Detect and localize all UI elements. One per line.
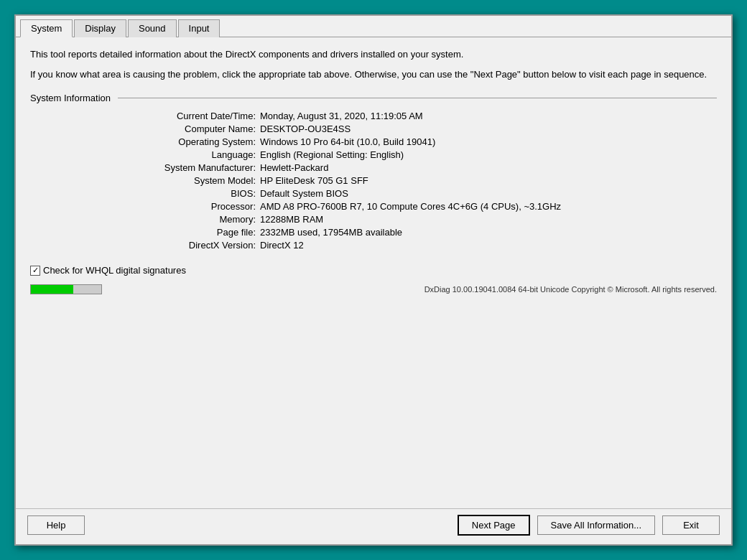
checkbox-row: Check for WHQL digital signatures — [30, 265, 717, 276]
bottom-bar: Help Next Page Save All Information... E… — [16, 508, 731, 544]
section-header: System Information — [30, 93, 717, 103]
help-button[interactable]: Help — [27, 515, 85, 535]
value-bios: Default System BIOS — [260, 188, 717, 199]
value-processor: AMD A8 PRO-7600B R7, 10 Compute Cores 4C… — [260, 201, 717, 212]
value-memory: 12288MB RAM — [260, 214, 717, 225]
tab-bar: System Display Sound Input — [16, 16, 731, 37]
whql-checkbox[interactable] — [30, 266, 40, 276]
tab-sound[interactable]: Sound — [128, 19, 177, 37]
value-directx: DirectX 12 — [260, 240, 717, 251]
progress-bar-fill — [31, 285, 73, 294]
label-os: Operating System: — [45, 136, 260, 147]
label-bios: BIOS: — [45, 188, 260, 199]
section-line — [118, 98, 717, 98]
value-os: Windows 10 Pro 64-bit (10.0, Build 19041… — [260, 136, 717, 147]
info-table: Current Date/Time: Monday, August 31, 20… — [45, 111, 717, 251]
save-all-button[interactable]: Save All Information... — [537, 515, 655, 535]
label-date: Current Date/Time: — [45, 111, 260, 121]
value-manufacturer: Hewlett-Packard — [260, 162, 717, 173]
tab-display[interactable]: Display — [74, 19, 126, 37]
dialog-window: System Display Sound Input This tool rep… — [14, 14, 733, 546]
section-title: System Information — [30, 93, 111, 103]
copyright-text: DxDiag 10.00.19041.0084 64-bit Unicode C… — [116, 285, 717, 294]
value-language: English (Regional Setting: English) — [260, 149, 717, 160]
whql-label: Check for WHQL digital signatures — [43, 265, 186, 276]
label-model: System Model: — [45, 175, 260, 186]
label-pagefile: Page file: — [45, 227, 260, 238]
value-model: HP EliteDesk 705 G1 SFF — [260, 175, 717, 186]
value-computer: DESKTOP-OU3E4SS — [260, 123, 717, 134]
label-language: Language: — [45, 149, 260, 160]
description-text-2: If you know what area is causing the pro… — [30, 67, 717, 82]
next-page-button[interactable]: Next Page — [458, 515, 530, 536]
label-directx: DirectX Version: — [45, 240, 260, 251]
content-area: This tool reports detailed information a… — [16, 37, 731, 508]
progress-bar-container — [30, 284, 102, 294]
label-memory: Memory: — [45, 214, 260, 225]
tab-input[interactable]: Input — [178, 19, 221, 37]
exit-button[interactable]: Exit — [662, 515, 720, 535]
label-computer: Computer Name: — [45, 123, 260, 134]
progress-row: DxDiag 10.00.19041.0084 64-bit Unicode C… — [30, 284, 717, 294]
value-pagefile: 2332MB used, 17954MB available — [260, 227, 717, 238]
value-date: Monday, August 31, 2020, 11:19:05 AM — [260, 111, 717, 121]
label-manufacturer: System Manufacturer: — [45, 162, 260, 173]
tab-system[interactable]: System — [20, 19, 73, 37]
label-processor: Processor: — [45, 201, 260, 212]
description-text-1: This tool reports detailed information a… — [30, 47, 717, 62]
